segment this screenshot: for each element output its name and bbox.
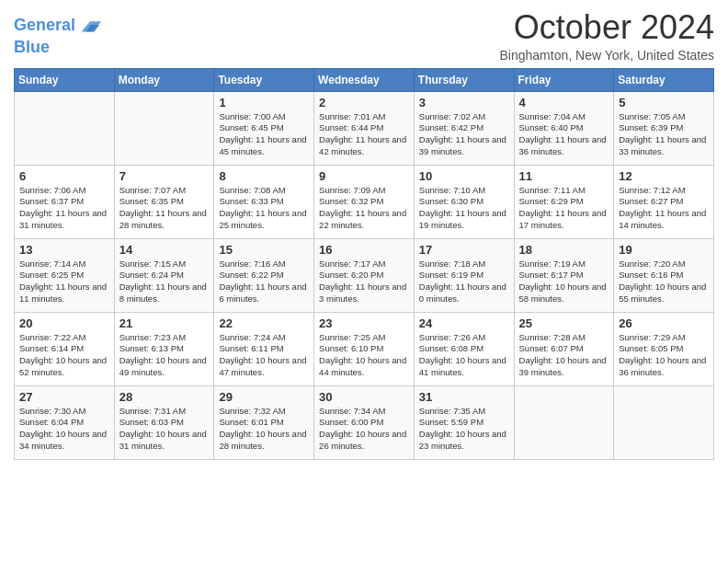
day-info: Sunrise: 7:12 AM Sunset: 6:27 PM Dayligh… <box>619 185 709 232</box>
col-thursday: Thursday <box>414 68 514 91</box>
col-monday: Monday <box>114 68 214 91</box>
header: General Blue October 2024 Binghamton, Ne… <box>14 9 714 63</box>
day-info: Sunrise: 7:02 AM Sunset: 6:42 PM Dayligh… <box>419 111 509 158</box>
calendar-cell: 4Sunrise: 7:04 AM Sunset: 6:40 PM Daylig… <box>514 91 614 165</box>
calendar-cell: 12Sunrise: 7:12 AM Sunset: 6:27 PM Dayli… <box>614 165 714 238</box>
col-saturday: Saturday <box>614 68 714 91</box>
day-info: Sunrise: 7:22 AM Sunset: 6:14 PM Dayligh… <box>19 332 109 379</box>
day-number: 19 <box>619 243 709 257</box>
day-number: 24 <box>419 316 509 330</box>
day-number: 5 <box>619 96 709 109</box>
calendar-cell: 13Sunrise: 7:14 AM Sunset: 6:25 PM Dayli… <box>15 238 115 312</box>
day-info: Sunrise: 7:18 AM Sunset: 6:19 PM Dayligh… <box>419 259 509 305</box>
day-info: Sunrise: 7:11 AM Sunset: 6:29 PM Dayligh… <box>519 185 609 232</box>
calendar-cell: 3Sunrise: 7:02 AM Sunset: 6:42 PM Daylig… <box>414 91 514 165</box>
calendar-cell: 25Sunrise: 7:28 AM Sunset: 6:07 PM Dayli… <box>514 312 614 385</box>
day-number: 31 <box>419 390 509 404</box>
day-number: 8 <box>219 169 309 183</box>
calendar-cell: 11Sunrise: 7:11 AM Sunset: 6:29 PM Dayli… <box>514 165 614 238</box>
calendar-cell: 31Sunrise: 7:35 AM Sunset: 5:59 PM Dayli… <box>414 385 514 459</box>
day-info: Sunrise: 7:23 AM Sunset: 6:13 PM Dayligh… <box>119 332 210 379</box>
col-friday: Friday <box>514 68 614 91</box>
day-info: Sunrise: 7:20 AM Sunset: 6:16 PM Dayligh… <box>619 259 709 305</box>
day-info: Sunrise: 7:16 AM Sunset: 6:22 PM Dayligh… <box>219 259 309 305</box>
calendar-week-4: 20Sunrise: 7:22 AM Sunset: 6:14 PM Dayli… <box>15 312 714 385</box>
calendar-table: Sunday Monday Tuesday Wednesday Thursday… <box>14 68 714 460</box>
day-number: 18 <box>519 243 609 257</box>
calendar-cell: 21Sunrise: 7:23 AM Sunset: 6:13 PM Dayli… <box>114 312 214 385</box>
calendar-cell: 9Sunrise: 7:09 AM Sunset: 6:32 PM Daylig… <box>314 165 415 238</box>
day-info: Sunrise: 7:05 AM Sunset: 6:39 PM Dayligh… <box>619 111 709 158</box>
calendar-cell: 5Sunrise: 7:05 AM Sunset: 6:39 PM Daylig… <box>614 91 714 165</box>
calendar-cell: 1Sunrise: 7:00 AM Sunset: 6:45 PM Daylig… <box>214 91 314 165</box>
day-number: 6 <box>19 169 109 183</box>
day-info: Sunrise: 7:15 AM Sunset: 6:24 PM Dayligh… <box>119 259 210 305</box>
calendar-cell: 6Sunrise: 7:06 AM Sunset: 6:37 PM Daylig… <box>15 165 115 238</box>
calendar-week-1: 1Sunrise: 7:00 AM Sunset: 6:45 PM Daylig… <box>15 91 714 165</box>
calendar-cell: 10Sunrise: 7:10 AM Sunset: 6:30 PM Dayli… <box>414 165 514 238</box>
day-number: 25 <box>519 316 609 330</box>
day-number: 9 <box>319 169 409 183</box>
day-number: 14 <box>119 243 210 257</box>
calendar-cell: 22Sunrise: 7:24 AM Sunset: 6:11 PM Dayli… <box>214 312 314 385</box>
col-tuesday: Tuesday <box>214 68 314 91</box>
day-info: Sunrise: 7:10 AM Sunset: 6:30 PM Dayligh… <box>419 185 509 232</box>
day-number: 13 <box>19 243 109 257</box>
day-number: 22 <box>219 316 309 330</box>
day-info: Sunrise: 7:32 AM Sunset: 6:01 PM Dayligh… <box>219 406 309 453</box>
calendar-cell: 30Sunrise: 7:34 AM Sunset: 6:00 PM Dayli… <box>314 385 415 459</box>
day-info: Sunrise: 7:06 AM Sunset: 6:37 PM Dayligh… <box>19 185 109 232</box>
day-number: 17 <box>419 243 509 257</box>
calendar-cell: 14Sunrise: 7:15 AM Sunset: 6:24 PM Dayli… <box>114 238 214 312</box>
calendar-cell: 2Sunrise: 7:01 AM Sunset: 6:44 PM Daylig… <box>314 91 415 165</box>
calendar-cell: 20Sunrise: 7:22 AM Sunset: 6:14 PM Dayli… <box>15 312 115 385</box>
day-info: Sunrise: 7:14 AM Sunset: 6:25 PM Dayligh… <box>19 259 109 305</box>
logo-icon <box>77 13 103 39</box>
calendar-cell: 26Sunrise: 7:29 AM Sunset: 6:05 PM Dayli… <box>614 312 714 385</box>
calendar-cell: 17Sunrise: 7:18 AM Sunset: 6:19 PM Dayli… <box>414 238 514 312</box>
day-info: Sunrise: 7:25 AM Sunset: 6:10 PM Dayligh… <box>319 332 409 379</box>
day-info: Sunrise: 7:09 AM Sunset: 6:32 PM Dayligh… <box>319 185 409 232</box>
col-sunday: Sunday <box>15 68 115 91</box>
calendar-week-2: 6Sunrise: 7:06 AM Sunset: 6:37 PM Daylig… <box>15 165 714 238</box>
calendar-header-row: Sunday Monday Tuesday Wednesday Thursday… <box>15 68 714 91</box>
day-number: 4 <box>519 96 609 109</box>
calendar-cell: 19Sunrise: 7:20 AM Sunset: 6:16 PM Dayli… <box>614 238 714 312</box>
day-number: 15 <box>219 243 309 257</box>
logo-text-line2: Blue <box>14 39 50 57</box>
day-number: 10 <box>419 169 509 183</box>
day-number: 2 <box>319 96 409 109</box>
day-info: Sunrise: 7:31 AM Sunset: 6:03 PM Dayligh… <box>119 406 210 453</box>
calendar-cell: 27Sunrise: 7:30 AM Sunset: 6:04 PM Dayli… <box>15 385 115 459</box>
day-info: Sunrise: 7:28 AM Sunset: 6:07 PM Dayligh… <box>519 332 609 379</box>
day-number: 16 <box>319 243 409 257</box>
calendar-cell: 24Sunrise: 7:26 AM Sunset: 6:08 PM Dayli… <box>414 312 514 385</box>
title-block: October 2024 Binghamton, New York, Unite… <box>500 9 714 63</box>
day-number: 21 <box>119 316 210 330</box>
calendar-cell: 7Sunrise: 7:07 AM Sunset: 6:35 PM Daylig… <box>114 165 214 238</box>
page: General Blue October 2024 Binghamton, Ne… <box>0 0 728 563</box>
day-number: 11 <box>519 169 609 183</box>
day-number: 27 <box>19 390 109 404</box>
day-info: Sunrise: 7:35 AM Sunset: 5:59 PM Dayligh… <box>419 406 509 453</box>
day-info: Sunrise: 7:08 AM Sunset: 6:33 PM Dayligh… <box>219 185 309 232</box>
logo-text-line1: General <box>14 17 75 35</box>
day-number: 26 <box>619 316 709 330</box>
month-title: October 2024 <box>500 9 714 46</box>
day-info: Sunrise: 7:34 AM Sunset: 6:00 PM Dayligh… <box>319 406 409 453</box>
day-number: 3 <box>419 96 509 109</box>
day-number: 30 <box>319 390 409 404</box>
day-info: Sunrise: 7:29 AM Sunset: 6:05 PM Dayligh… <box>619 332 709 379</box>
calendar-cell: 28Sunrise: 7:31 AM Sunset: 6:03 PM Dayli… <box>114 385 214 459</box>
day-info: Sunrise: 7:30 AM Sunset: 6:04 PM Dayligh… <box>19 406 109 453</box>
day-info: Sunrise: 7:04 AM Sunset: 6:40 PM Dayligh… <box>519 111 609 158</box>
day-info: Sunrise: 7:26 AM Sunset: 6:08 PM Dayligh… <box>419 332 509 379</box>
day-info: Sunrise: 7:00 AM Sunset: 6:45 PM Dayligh… <box>219 111 309 158</box>
day-info: Sunrise: 7:19 AM Sunset: 6:17 PM Dayligh… <box>519 259 609 305</box>
day-info: Sunrise: 7:01 AM Sunset: 6:44 PM Dayligh… <box>319 111 409 158</box>
calendar-cell <box>114 91 214 165</box>
calendar-cell <box>514 385 614 459</box>
calendar-cell: 18Sunrise: 7:19 AM Sunset: 6:17 PM Dayli… <box>514 238 614 312</box>
calendar-cell <box>614 385 714 459</box>
calendar-cell: 23Sunrise: 7:25 AM Sunset: 6:10 PM Dayli… <box>314 312 415 385</box>
